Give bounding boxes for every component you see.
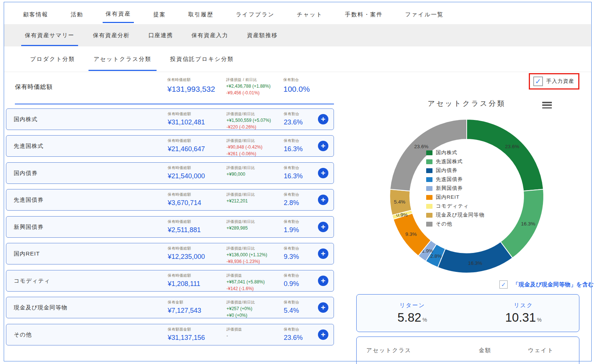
- gain-value: +¥289,985: [226, 225, 255, 231]
- amount-value: ¥21,540,000: [168, 172, 205, 180]
- amount-value: ¥1,208,111: [168, 280, 200, 288]
- amount-value: ¥31,102,481: [168, 118, 205, 126]
- gain-column-label: 評価損益/前日比: [226, 219, 255, 224]
- amount-column-label: 保有時価総額: [168, 192, 201, 197]
- manual-input-assets-label: 手入力資産: [546, 78, 574, 85]
- ratio-value: 23.6%: [284, 118, 303, 126]
- expand-row-button[interactable]: +: [318, 276, 328, 286]
- return-unit: %: [422, 317, 427, 323]
- expand-row-button[interactable]: +: [318, 329, 328, 340]
- chart-legend: 国内株式先進国株式国内債券先進国債券新興国債券国内REITコモディティ現金及び現…: [426, 150, 485, 227]
- asset-row-commodity: コモディティ 保有時価総額¥1,208,111 評価損益+¥67,041 (+5…: [6, 270, 334, 292]
- expand-row-button[interactable]: +: [318, 302, 328, 313]
- gain-value: -¥90,848 (-0.42%): [226, 144, 263, 150]
- gain-column-label: 評価損益/前日比: [226, 300, 255, 305]
- legend-swatch-icon: [426, 213, 432, 218]
- legend-item: 現金及び現金同等物: [426, 212, 485, 218]
- amount-column-label: 保有金額: [168, 300, 201, 305]
- tab-asset-trend[interactable]: 資産額推移: [243, 25, 282, 46]
- ratio-value: 2.8%: [284, 199, 299, 207]
- risk-metric: リスク 10.31%: [468, 295, 579, 332]
- legend-item: 国内債券: [426, 168, 485, 173]
- tab-customer-info[interactable]: 顧客情報: [20, 7, 51, 23]
- checkbox-checked-icon: ✓: [533, 77, 543, 86]
- expand-row-button[interactable]: +: [318, 195, 328, 205]
- include-cash-checkbox[interactable]: ✓ 「現金及び現金同等物」を含む: [499, 280, 594, 289]
- slice-percent-label: 2.8%: [430, 253, 442, 259]
- legend-label: 新興国債券: [436, 185, 463, 192]
- legend-item: その他: [426, 221, 485, 227]
- return-metric: リターン 5.82%: [357, 295, 468, 332]
- gain-value: +¥212,201: [226, 198, 255, 204]
- legend-swatch-icon: [426, 186, 432, 191]
- asset-row-other: その他 保有額面金額¥31,137,156 評価損益- 保有割合23.6% +: [6, 324, 334, 345]
- legend-swatch-icon: [426, 168, 432, 173]
- amount-value: ¥3,670,714: [168, 199, 201, 207]
- legend-swatch-icon: [426, 204, 432, 209]
- asset-name: 先進国債券: [14, 189, 44, 210]
- total-summary: 保有時価総額 保有時価総額 ¥131,993,532 評価損益 / 前日比 +¥…: [6, 73, 335, 103]
- manual-input-assets-checkbox[interactable]: ✓ 手入力資産: [529, 73, 579, 90]
- tab-holdings-summary[interactable]: 保有資産サマリー: [21, 25, 78, 46]
- ratio-column-label: 保有割合: [284, 327, 303, 332]
- tab-fees-cases[interactable]: 手数料・案件: [342, 7, 386, 23]
- asset-row-domestic-equity: 国内株式 保有時価総額¥31,102,481 評価損益/前日比+¥1,500,5…: [6, 108, 334, 130]
- tab-life-plan[interactable]: ライフプラン: [233, 7, 277, 23]
- amount-column-label: 保有時価総額: [168, 111, 205, 117]
- legend-label: 先進国株式: [436, 158, 463, 165]
- asset-holdings-page: 顧客情報 活動 保有資産 提案 取引履歴 ライフプラン チャット 手数料・案件 …: [0, 0, 595, 364]
- chart-menu-icon[interactable]: [542, 101, 552, 109]
- amount-value: ¥7,127,543: [168, 307, 201, 315]
- plus-icon: +: [318, 276, 328, 286]
- return-value: 5.82: [398, 311, 421, 324]
- legend-label: 先進国債券: [436, 176, 463, 183]
- checkbox-checked-icon: ✓: [499, 280, 508, 289]
- tab-product-classification[interactable]: プロダクト分類: [25, 48, 80, 71]
- column-header-amount: 金額: [458, 347, 512, 364]
- gain-column-label: 評価損益: [226, 273, 265, 278]
- plus-icon: +: [318, 303, 328, 312]
- tab-chat[interactable]: チャット: [294, 7, 325, 23]
- asset-name: 現金及び現金同等物: [14, 297, 67, 318]
- asset-row-domestic-bonds: 国内債券 保有時価総額¥21,540,000 評価損益/前日比+¥90,000 …: [6, 162, 334, 184]
- expand-row-button[interactable]: +: [318, 222, 328, 232]
- tab-holdings-input[interactable]: 保有資産入力: [188, 25, 232, 46]
- expand-row-button[interactable]: +: [318, 168, 328, 178]
- primary-nav: 顧客情報 活動 保有資産 提案 取引履歴 ライフプラン チャット 手数料・案件 …: [20, 7, 447, 23]
- amount-column-label: 保有時価総額: [167, 77, 215, 82]
- legend-swatch-icon: [426, 150, 432, 155]
- amount-value: ¥31,137,156: [168, 334, 205, 342]
- ratio-column-label: 保有割合: [284, 219, 299, 224]
- expand-row-button[interactable]: +: [318, 141, 328, 151]
- legend-item: 新興国債券: [426, 186, 485, 191]
- expand-row-button[interactable]: +: [318, 248, 328, 259]
- gain-column-label: 評価損益/前日比: [226, 246, 267, 251]
- gain-value: -¥261 (-0.06%): [226, 151, 263, 157]
- slice-percent-label: 9.3%: [405, 231, 417, 237]
- asset-row-emerging-bonds: 新興国債券 保有時価総額¥2,511,881 評価損益/前日比+¥289,985…: [6, 216, 334, 238]
- tab-transaction-history[interactable]: 取引履歴: [185, 7, 216, 23]
- ratio-column-label: 保有割合: [284, 300, 299, 305]
- tertiary-nav: プロダクト分類 アセットクラス分類 投資信託プロキシ分類: [4, 46, 591, 72]
- tab-asset-class-classification[interactable]: アセットクラス分類: [89, 48, 157, 71]
- tab-holdings-analysis[interactable]: 保有資産分析: [89, 25, 134, 46]
- ratio-column-label: 保有割合: [284, 165, 303, 170]
- secondary-nav: 保有資産サマリー 保有資産分析 口座連携 保有資産入力 資産額推移: [4, 24, 591, 46]
- tab-proposal[interactable]: 提案: [150, 7, 169, 23]
- tab-activity[interactable]: 活動: [68, 7, 86, 23]
- plus-icon: +: [318, 114, 328, 124]
- gain-value: +¥0 (+0%): [226, 312, 255, 318]
- amount-column-label: 保有時価総額: [168, 165, 205, 170]
- ratio-column-label: 保有割合: [284, 273, 299, 278]
- asset-row-developed-equity: 先進国株式 保有時価総額¥21,460,647 評価損益/前日比-¥90,848…: [6, 135, 334, 157]
- total-gain-line: -¥9,456 (-0.01%): [226, 90, 270, 96]
- expand-row-button[interactable]: +: [318, 114, 328, 124]
- legend-label: 現金及び現金同等物: [436, 212, 485, 218]
- tab-file-list[interactable]: ファイル一覧: [402, 7, 447, 23]
- tab-fund-proxy-classification[interactable]: 投資信託プロキシ分類: [165, 48, 239, 71]
- tab-holdings[interactable]: 保有資産: [103, 7, 134, 23]
- tab-account-link[interactable]: 口座連携: [145, 25, 177, 46]
- slice-percent-label: 16.3%: [468, 260, 482, 266]
- legend-swatch-icon: [426, 222, 432, 227]
- legend-label: 国内債券: [436, 167, 457, 174]
